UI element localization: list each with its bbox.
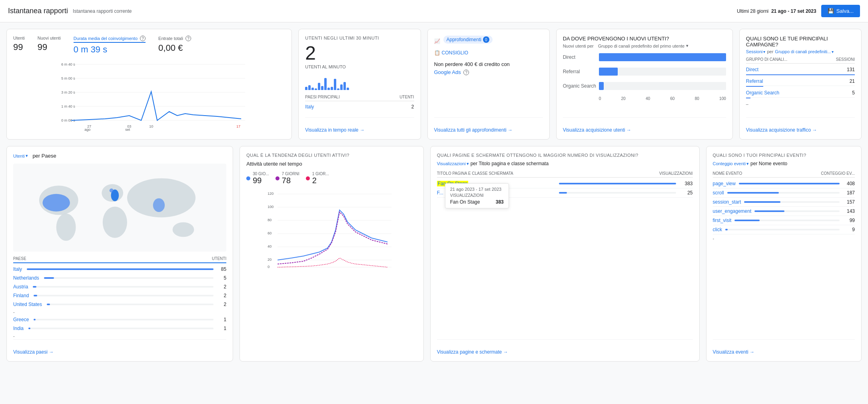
minibar-6 bbox=[321, 86, 323, 90]
campaign-row-referral: Referral 21 bbox=[746, 77, 855, 86]
svg-text:60: 60 bbox=[267, 231, 271, 235]
sources-bar-fill-organic bbox=[599, 82, 604, 90]
country-netherlands-link[interactable]: Netherlands bbox=[13, 275, 39, 281]
trend-label-1: 1 GIOR... bbox=[312, 172, 329, 176]
country-india-users: 1 bbox=[218, 326, 226, 331]
campaign-direct-sessions: 131 bbox=[847, 67, 855, 72]
consiglio-button[interactable]: 📋 CONSIGLIO bbox=[434, 50, 543, 56]
svg-text:100: 100 bbox=[267, 205, 273, 209]
sources-footer: Visualizza acquisizione utenti → bbox=[563, 117, 726, 133]
event-bar-session-start bbox=[744, 201, 840, 203]
country-row-austria: Austria 2 bbox=[13, 282, 226, 291]
realtime-footer: Visualizza in tempo reale → bbox=[305, 117, 414, 133]
consiglio-icon: 📋 bbox=[434, 50, 440, 56]
pages-subtitle: Visualizzazioni ▾ per Titolo pagina e cl… bbox=[437, 161, 693, 166]
ads-info-icon[interactable]: ? bbox=[463, 70, 469, 75]
svg-text:03: 03 bbox=[313, 269, 317, 270]
country-italy-link[interactable]: Italy bbox=[13, 266, 22, 272]
events-section-title: QUALI SONO I TUOI PRINCIPALI EVENTI? bbox=[713, 153, 855, 158]
sources-bar-organic: Organic Search bbox=[563, 82, 726, 90]
gruppo-dropdown[interactable]: Gruppo di canali predefiniti... ▾ bbox=[775, 49, 834, 54]
country-finland-bar bbox=[34, 295, 214, 296]
trend-dot-30 bbox=[246, 176, 250, 180]
svg-text:17: 17 bbox=[385, 269, 389, 270]
save-icon: 💾 bbox=[828, 8, 834, 14]
page-subtitle: Istantanea rapporti corrente bbox=[73, 8, 132, 14]
event-click[interactable]: click bbox=[713, 227, 722, 232]
pages-view-link[interactable]: Visualizza pagine e schermate → bbox=[437, 349, 508, 355]
tooltip-row: Fan On Stage 383 bbox=[450, 199, 504, 205]
country-us-link[interactable]: United States bbox=[13, 302, 42, 307]
header-left: Istantanea rapporti Istantanea rapporti … bbox=[8, 7, 132, 15]
trend-chart-svg: 120 100 80 60 40 20 0 bbox=[246, 190, 417, 270]
sources-view-link[interactable]: Visualizza acquisizione utenti → bbox=[563, 127, 631, 133]
save-button[interactable]: 💾 Salva... bbox=[821, 5, 860, 17]
country-greece-link[interactable]: Greece bbox=[13, 317, 29, 322]
map-card: Utenti ▾ per Paese bbox=[6, 146, 233, 362]
date-range: Ultimi 28 giorni 21 ago - 17 set 2023 bbox=[737, 8, 816, 14]
realtime-title: UTENTI NEGLI ULTIMI 30 MINUTI bbox=[305, 36, 414, 40]
sources-dropdown-icon[interactable]: ▾ bbox=[686, 43, 688, 48]
sources-bar-referral: Referral bbox=[563, 68, 726, 76]
campaign-row-direct: Direct 131 bbox=[746, 65, 855, 74]
campaigns-view-link[interactable]: Visualizza acquisizione traffico → bbox=[746, 127, 817, 133]
country-greece-bar bbox=[34, 319, 214, 320]
google-ads-link[interactable]: Google Ads bbox=[434, 69, 463, 75]
event-count-session-start: 157 bbox=[843, 199, 855, 205]
realtime-countries-table: PAESI PRINCIPALI UTENTI Italy 2 bbox=[305, 95, 414, 111]
trend-legend-30: 30 GIO... 99 bbox=[246, 172, 269, 185]
svg-point-24 bbox=[127, 178, 196, 218]
entrate-info-icon[interactable]: ? bbox=[186, 36, 191, 41]
event-user-engagement[interactable]: user_engagement bbox=[713, 208, 752, 214]
trend-label-30: 30 GIO... bbox=[253, 172, 269, 176]
top-row: Utenti 99 Nuovi utenti 99 Durata media d… bbox=[6, 29, 862, 140]
event-scroll[interactable]: scroll bbox=[713, 190, 724, 196]
metric-durata: Durata media del coinvolgimento ? 0 m 39… bbox=[74, 36, 146, 55]
durata-info-icon[interactable]: ? bbox=[140, 36, 146, 41]
insights-view-link[interactable]: Visualizza tutti gli approfondimenti → bbox=[434, 127, 513, 133]
tooltip-page: Fan On Stage bbox=[450, 199, 480, 205]
map-view-link[interactable]: Visualizza paesi → bbox=[13, 349, 54, 355]
sources-chart: Direct Referral Organic Search bbox=[563, 53, 726, 117]
events-view-link[interactable]: Visualizza eventi → bbox=[713, 349, 755, 355]
minibar-9 bbox=[331, 87, 333, 90]
events-count-dropdown[interactable]: Conteggio eventi ▾ bbox=[713, 161, 749, 166]
country-austria-users: 2 bbox=[218, 284, 226, 290]
durata-value: 0 m 39 s bbox=[74, 44, 146, 55]
realtime-count: 2 bbox=[305, 44, 414, 63]
campaign-referral[interactable]: Referral bbox=[746, 78, 763, 84]
trend-section-title: QUAL È LA TENDENZA DEGLI UTENTI ATTIVI? bbox=[246, 153, 417, 158]
realtime-countries-header: PAESI PRINCIPALI UTENTI bbox=[305, 95, 414, 101]
campaign-direct[interactable]: Direct bbox=[746, 67, 758, 72]
realtime-view-link[interactable]: Visualizza in tempo reale → bbox=[305, 127, 365, 133]
svg-text:ago: ago bbox=[84, 128, 90, 132]
insights-badge-count: 0 bbox=[483, 36, 489, 43]
campaign-organic-bar bbox=[746, 98, 750, 98]
minibar-7 bbox=[324, 78, 327, 90]
event-first-visit[interactable]: first_visit bbox=[713, 218, 732, 223]
campaign-direct-bar bbox=[746, 74, 855, 75]
pages-table-body: Fan On Stage 383 F... 25 21 ago 20 bbox=[437, 179, 693, 198]
minibar-1 bbox=[305, 87, 307, 90]
insights-card: 📈 Approfondimenti 0 📋 CONSIGLIO Non perd… bbox=[427, 29, 550, 140]
map-users-dropdown[interactable]: Utenti ▾ bbox=[13, 153, 28, 158]
country-austria-link[interactable]: Austria bbox=[13, 284, 28, 290]
country-finland-link[interactable]: Finland bbox=[13, 293, 29, 298]
country-italy-users: 85 bbox=[218, 266, 226, 272]
events-table-header: NOME EVENTO CONTEGGIO EV... bbox=[713, 171, 855, 178]
trend-legend-7: 7 GIORNI 78 bbox=[275, 172, 299, 185]
event-session-start[interactable]: session_start bbox=[713, 199, 741, 205]
map-footer: Visualizza paesi → bbox=[13, 339, 226, 355]
sources-bar-direct: Direct bbox=[563, 53, 726, 61]
svg-text:20: 20 bbox=[267, 258, 271, 262]
country-india-link[interactable]: India bbox=[13, 326, 24, 331]
event-pageview[interactable]: page_view bbox=[713, 181, 736, 186]
realtime-country-name[interactable]: Italy bbox=[305, 104, 314, 110]
pages-views-dropdown[interactable]: Visualizzazioni ▾ bbox=[437, 161, 469, 166]
campaign-organic[interactable]: Organic Search bbox=[746, 90, 779, 96]
svg-point-25 bbox=[153, 198, 165, 212]
event-row-click: click 9 bbox=[713, 225, 855, 234]
svg-point-18 bbox=[42, 194, 70, 212]
campaign-organic-sessions: 5 bbox=[852, 90, 855, 96]
sessions-dropdown[interactable]: Sessioni ▾ bbox=[746, 49, 766, 54]
